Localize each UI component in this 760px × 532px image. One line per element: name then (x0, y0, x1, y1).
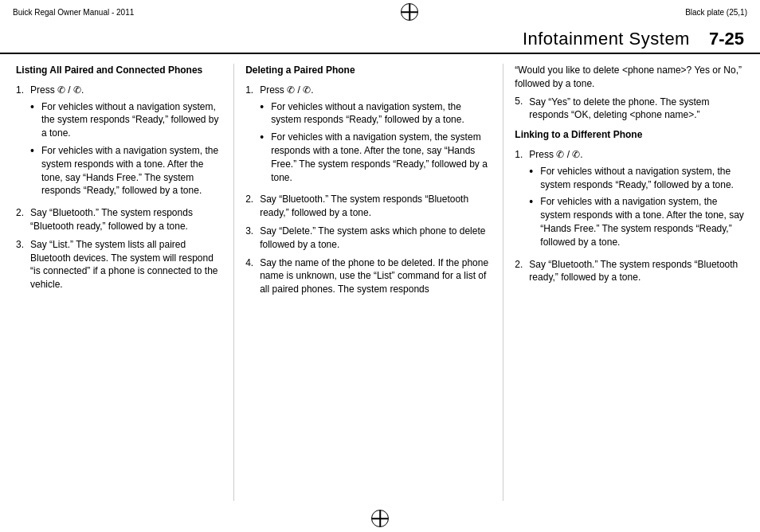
list-item: • For vehicles without a navigation syst… (260, 100, 492, 127)
list-num: 4. (245, 256, 260, 296)
header-right: Black plate (25,1) (685, 8, 747, 17)
bullet-text: For vehicles with a navigation system, t… (41, 144, 222, 198)
bullet-icon: • (30, 144, 41, 198)
bullet-icon: • (529, 195, 540, 248)
list-item: • For vehicles with a navigation system,… (529, 195, 744, 248)
bullet-list: • For vehicles without a navigation syst… (30, 100, 222, 198)
crosshair-top-icon (401, 3, 418, 21)
list-item: 2. Say “Bluetooth.” The system responds … (245, 193, 492, 220)
list-item: 3. Say “List.” The system lists all pair… (16, 238, 222, 291)
list-item: 2. Say “Bluetooth.” The system responds … (16, 206, 222, 233)
bullet-text: For vehicles without a navigation system… (41, 100, 222, 140)
page-header: Buick Regal Owner Manual - 2011 Black pl… (0, 0, 760, 24)
page: Buick Regal Owner Manual - 2011 Black pl… (0, 0, 760, 532)
list-content: Say the name of the phone to be deleted.… (260, 256, 492, 296)
list-item: 1. Press ✆ / ✆. • For vehicles without a… (16, 84, 222, 201)
bullet-text: For vehicles with a navigation system, t… (271, 131, 492, 184)
list-item: • For vehicles without a navigation syst… (529, 165, 744, 192)
press-text: Press ✆ / ✆. (529, 149, 582, 160)
crosshair-bottom-icon (371, 510, 389, 527)
press-text: Press ✆ / ✆. (30, 84, 84, 96)
bullet-text: For vehicles without a navigation system… (271, 100, 492, 127)
list-content: Say “Bluetooth.” The system responds “Bl… (260, 193, 492, 220)
header-left: Buick Regal Owner Manual - 2011 (13, 8, 134, 17)
header-crosshair-top (401, 3, 418, 21)
bullet-text: For vehicles with a navigation system, t… (540, 195, 744, 248)
bullet-icon: • (260, 100, 271, 127)
list-num: 2. (245, 193, 260, 220)
list-num: 1. (515, 148, 529, 253)
page-number: 7-25 (709, 29, 744, 49)
bullet-text: For vehicles without a navigation system… (540, 165, 744, 192)
press-text: Press ✆ / ✆. (260, 84, 313, 96)
title-section: Infotainment System 7-25 (0, 24, 760, 54)
list-content: Say “List.” The system lists all paired … (30, 238, 222, 291)
list-content: Say “Yes” to delete the phone. The syste… (529, 96, 744, 123)
list-item: 1. Press ✆ / ✆. • For vehicles without a… (515, 148, 744, 253)
column-right: “Would you like to delete <phone name>? … (503, 64, 744, 501)
list-content: Say “Bluetooth.” The system responds “Bl… (30, 206, 222, 233)
list-num: 3. (16, 238, 30, 291)
list-num: 3. (245, 225, 260, 252)
list-content: Press ✆ / ✆. • For vehicles without a na… (260, 84, 492, 189)
list-item: 3. Say “Delete.” The system asks which p… (245, 225, 492, 252)
list-item: • For vehicles without a navigation syst… (30, 100, 222, 140)
bullet-icon: • (260, 131, 271, 184)
bullet-icon: • (30, 100, 41, 140)
col-middle-list: 1. Press ✆ / ✆. • For vehicles without a… (245, 84, 492, 296)
list-item: 4. Say the name of the phone to be delet… (245, 256, 492, 296)
list-content: Say “Bluetooth.” The system responds “Bl… (529, 258, 744, 285)
bullet-icon: • (529, 165, 540, 192)
column-left: Listing All Paired and Connected Phones … (16, 64, 234, 501)
continued-text: “Would you like to delete <phone name>? … (515, 64, 744, 91)
footer-crosshair (371, 510, 389, 527)
col-right-heading: Linking to a Different Phone (515, 128, 744, 142)
list-item: • For vehicles with a navigation system,… (260, 131, 492, 184)
list-content: Press ✆ / ✆. • For vehicles without a na… (30, 84, 222, 201)
col-left-heading: Listing All Paired and Connected Phones (16, 64, 222, 77)
list-num: 1. (16, 84, 30, 201)
list-item: 2. Say “Bluetooth.” The system responds … (515, 258, 744, 285)
list-num: 1. (245, 84, 260, 189)
col-left-list: 1. Press ✆ / ✆. • For vehicles without a… (16, 84, 222, 291)
list-content: Say “Delete.” The system asks which phon… (260, 225, 492, 252)
list-num: 2. (16, 206, 30, 233)
content-area: Listing All Paired and Connected Phones … (0, 54, 760, 510)
list-item: 1. Press ✆ / ✆. • For vehicles without a… (245, 84, 492, 189)
col-right-list: 1. Press ✆ / ✆. • For vehicles without a… (515, 148, 744, 284)
list-item: • For vehicles with a navigation system,… (30, 144, 222, 198)
list-content: Press ✆ / ✆. • For vehicles without a na… (529, 148, 744, 253)
list-num: 5. (515, 96, 529, 123)
column-middle: Deleting a Paired Phone 1. Press ✆ / ✆. … (234, 64, 503, 501)
bullet-list: • For vehicles without a navigation syst… (529, 165, 744, 249)
section-title: Infotainment System (523, 29, 690, 49)
bullet-list: • For vehicles without a navigation syst… (260, 100, 492, 185)
col-middle-heading: Deleting a Paired Phone (245, 64, 492, 77)
item-5: 5. Say “Yes” to delete the phone. The sy… (515, 96, 744, 123)
list-num: 2. (515, 258, 529, 285)
